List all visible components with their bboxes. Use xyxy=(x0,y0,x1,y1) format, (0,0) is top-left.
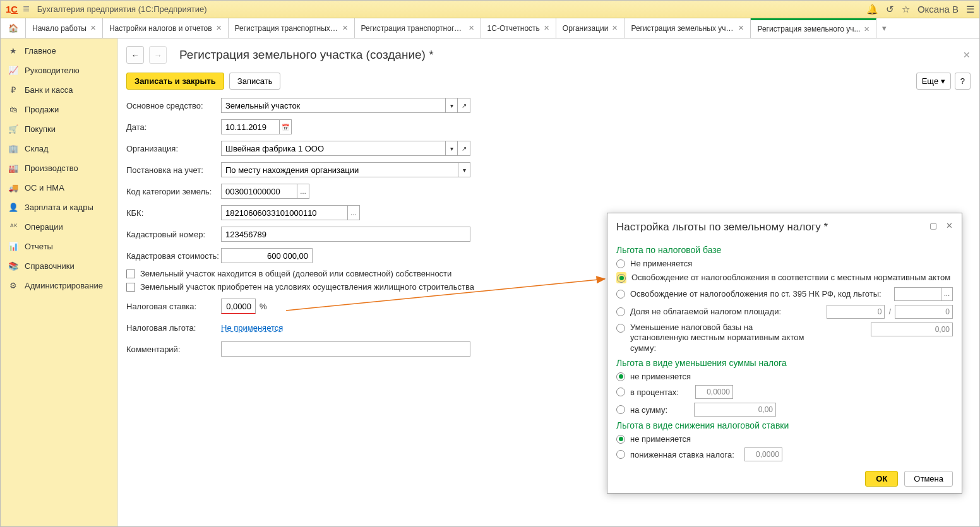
close-icon[interactable]: ✕ xyxy=(738,24,744,32)
ellipsis-icon[interactable]: … xyxy=(297,184,309,199)
ellipsis-icon[interactable]: … xyxy=(347,205,360,220)
open-icon[interactable]: ↗ xyxy=(458,141,470,156)
history-icon[interactable]: ↺ xyxy=(886,4,894,15)
tab-1c-reporting[interactable]: 1С-Отчетность✕ xyxy=(481,18,556,38)
hamburger-icon[interactable]: ≡ xyxy=(23,3,30,16)
maximize-icon[interactable]: ▢ xyxy=(929,221,937,230)
sidebar-item-production[interactable]: 🏭Производство xyxy=(1,158,117,178)
window-controls-icon[interactable]: ☰ xyxy=(966,4,974,15)
close-icon[interactable]: ✕ xyxy=(469,24,474,32)
home-button[interactable]: 🏠 xyxy=(1,18,26,38)
s3-rate-input[interactable] xyxy=(744,447,782,461)
radio-s1-opt2[interactable] xyxy=(617,274,626,283)
tab-transport-reg[interactable]: Регистрация транспортного ...✕ xyxy=(355,18,481,38)
chart-icon: 📈 xyxy=(8,66,18,75)
sidebar-item-assets[interactable]: 🚚ОС и НМА xyxy=(1,178,117,198)
close-icon[interactable]: ✕ xyxy=(946,221,953,230)
help-button[interactable]: ? xyxy=(955,73,971,90)
label-housing: Земельный участок приобретен на условиях… xyxy=(140,282,474,292)
close-icon[interactable]: ✕ xyxy=(342,24,348,32)
dropdown-icon[interactable]: ▾ xyxy=(458,162,470,177)
s1-sum-input[interactable] xyxy=(871,323,953,336)
label-rate: Налоговая ставка: xyxy=(126,302,221,311)
cad-num-input[interactable] xyxy=(221,227,470,242)
nav-back-button[interactable]: ← xyxy=(126,46,144,64)
star-icon: ★ xyxy=(8,46,18,56)
radio-s2-opt1[interactable] xyxy=(616,372,625,381)
close-icon[interactable]: ✕ xyxy=(864,25,869,33)
cancel-button[interactable]: Отмена xyxy=(904,471,953,487)
benefit-link[interactable]: Не применяется xyxy=(221,323,283,333)
ak-icon: ᴬᴷ xyxy=(8,222,18,232)
sidebar-item-purchases[interactable]: 🛒Покупки xyxy=(1,119,117,139)
tabs-dropdown[interactable]: ▾ xyxy=(876,18,892,38)
ok-button[interactable]: ОК xyxy=(865,471,898,487)
radio-s3-opt1[interactable] xyxy=(616,435,625,444)
tab-transport-reg-list[interactable]: Регистрация транспортных ...✕ xyxy=(229,18,355,38)
sidebar-item-sales[interactable]: 🛍Продажи xyxy=(1,100,117,119)
sidebar-item-admin[interactable]: ⚙Администрирование xyxy=(1,276,117,295)
radio-s1-opt3[interactable] xyxy=(616,290,625,299)
s1-share-num-input[interactable] xyxy=(827,305,885,319)
tab-tax-settings[interactable]: Настройки налогов и отчетов✕ xyxy=(103,18,229,38)
s2-percent-input[interactable] xyxy=(695,385,733,399)
radio-s1-opt1[interactable] xyxy=(616,259,625,268)
user-name[interactable]: Оксана В xyxy=(917,4,959,15)
label-cad-num: Кадастровый номер: xyxy=(126,230,221,239)
cat-input[interactable] xyxy=(221,184,297,199)
sidebar-item-salary[interactable]: 👤Зарплата и кадры xyxy=(1,198,117,217)
reg-input[interactable] xyxy=(221,162,458,177)
rate-input[interactable] xyxy=(221,299,256,314)
sidebar-item-bank[interactable]: ₽Банк и касса xyxy=(1,80,117,100)
s1-share-den-input[interactable] xyxy=(895,305,953,319)
kbk-input[interactable] xyxy=(221,205,347,220)
tab-land-reg[interactable]: Регистрация земельного уч...✕ xyxy=(751,18,876,38)
dialog-title: Настройка льготы по земельному налогу * xyxy=(616,221,828,234)
label-comment: Комментарий: xyxy=(126,345,221,354)
sidebar-item-warehouse[interactable]: 🏢Склад xyxy=(1,139,117,158)
nav-forward-button[interactable]: → xyxy=(149,46,167,64)
more-button[interactable]: Еще ▾ xyxy=(916,73,951,90)
org-input[interactable] xyxy=(221,141,445,156)
close-icon[interactable]: ✕ xyxy=(612,24,618,32)
gear-icon: ⚙ xyxy=(8,281,18,290)
radio-s2-opt2[interactable] xyxy=(616,388,625,396)
tab-organizations[interactable]: Организации✕ xyxy=(556,18,625,38)
close-icon[interactable]: ✕ xyxy=(90,24,96,32)
radio-s2-opt3[interactable] xyxy=(616,405,625,414)
close-icon[interactable]: ✕ xyxy=(544,24,549,32)
cad-cost-input[interactable] xyxy=(221,248,313,263)
comment-input[interactable] xyxy=(221,341,470,357)
open-icon[interactable]: ↗ xyxy=(458,98,470,113)
share-checkbox[interactable] xyxy=(126,269,135,278)
sidebar-item-reports[interactable]: 📊Отчеты xyxy=(1,237,117,256)
label-benefit: Налоговая льгота: xyxy=(126,323,221,333)
sidebar-item-main[interactable]: ★Главное xyxy=(1,41,117,61)
s1-code-input[interactable] xyxy=(894,287,941,301)
tab-start[interactable]: Начало работы✕ xyxy=(26,18,103,38)
sidebar-item-operations[interactable]: ᴬᴷОперации xyxy=(1,217,117,237)
asset-input[interactable] xyxy=(221,98,445,113)
bell-icon[interactable]: 🔔 xyxy=(866,4,878,15)
dropdown-icon[interactable]: ▾ xyxy=(445,98,458,113)
titlebar: 1C ≡ Бухгалтерия предприятия (1С:Предпри… xyxy=(1,1,979,18)
save-button[interactable]: Записать xyxy=(229,73,281,90)
sidebar-item-catalogs[interactable]: 📚Справочники xyxy=(1,256,117,276)
close-icon[interactable]: ✕ xyxy=(216,24,222,32)
close-icon[interactable]: ✕ xyxy=(963,50,971,60)
radio-s1-opt5[interactable] xyxy=(616,324,625,333)
star-icon[interactable]: ☆ xyxy=(902,4,910,15)
save-close-button[interactable]: Записать и закрыть xyxy=(126,73,224,90)
calendar-icon[interactable]: 📅 xyxy=(279,119,292,134)
ruble-icon: ₽ xyxy=(8,85,18,95)
s2-sum-input[interactable] xyxy=(694,403,776,417)
date-input[interactable] xyxy=(221,119,279,134)
sidebar-item-manager[interactable]: 📈Руководителю xyxy=(1,61,117,80)
housing-checkbox[interactable] xyxy=(126,283,135,292)
radio-s1-opt4[interactable] xyxy=(616,307,625,316)
ellipsis-icon[interactable]: … xyxy=(941,287,953,301)
dropdown-icon[interactable]: ▾ xyxy=(445,141,458,156)
tab-land-reg-list[interactable]: Регистрация земельных уча...✕ xyxy=(624,18,751,38)
label-share: Земельный участок находится в общей (дол… xyxy=(140,269,451,278)
radio-s3-opt2[interactable] xyxy=(616,450,625,459)
